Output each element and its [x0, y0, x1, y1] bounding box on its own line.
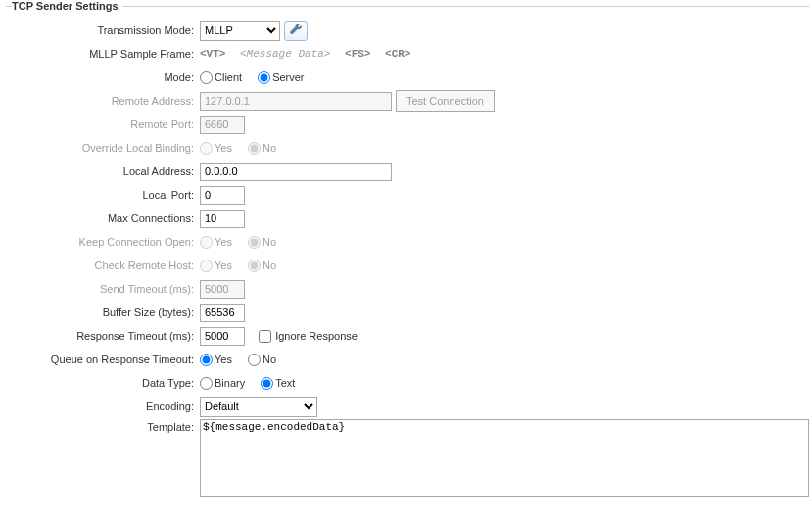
- sample-frame-msg: <Message Data>: [240, 48, 330, 60]
- row-keep-connection-open: Keep Connection Open: Yes No: [6, 231, 809, 253]
- label-buffer-size: Buffer Size (bytes):: [6, 307, 200, 318]
- keep-connection-open-no-label: No: [263, 236, 276, 248]
- label-local-address: Local Address:: [6, 165, 200, 177]
- transmission-mode-select[interactable]: MLLP: [200, 21, 280, 41]
- sample-frame-display: <VT> <Message Data> <FS> <CR>: [200, 48, 410, 60]
- row-local-port: Local Port:: [6, 184, 809, 206]
- mode-client-label: Client: [215, 71, 242, 83]
- label-remote-address: Remote Address:: [6, 95, 200, 107]
- mode-server-radio[interactable]: [258, 71, 270, 84]
- buffer-size-input[interactable]: [200, 304, 245, 322]
- transmission-mode-settings-button[interactable]: [284, 21, 308, 41]
- label-queue-on-response-timeout: Queue on Response Timeout:: [6, 354, 200, 365]
- local-port-input[interactable]: [200, 186, 245, 205]
- test-connection-button: Test Connection: [396, 90, 495, 112]
- ignore-response-label: Ignore Response: [275, 330, 358, 342]
- data-type-text-label: Text: [275, 377, 295, 389]
- row-encoding: Encoding: Default: [6, 396, 809, 417]
- queue-on-response-timeout-no-label: No: [263, 354, 276, 365]
- row-buffer-size: Buffer Size (bytes):: [6, 302, 809, 323]
- row-mode: Mode: Client Server: [6, 67, 809, 88]
- label-sample-frame: MLLP Sample Frame:: [6, 48, 200, 60]
- row-max-connections: Max Connections:: [6, 208, 809, 229]
- row-template: Template:: [6, 419, 809, 499]
- label-local-port: Local Port:: [6, 189, 200, 201]
- row-send-timeout: Send Timeout (ms):: [6, 278, 809, 300]
- label-data-type: Data Type:: [6, 377, 200, 389]
- label-template: Template:: [6, 419, 200, 433]
- row-check-remote-host: Check Remote Host: Yes No: [6, 255, 809, 276]
- row-response-timeout: Response Timeout (ms): Ignore Response: [6, 325, 809, 347]
- sample-frame-fs: <FS>: [345, 48, 370, 60]
- label-override-local-binding: Override Local Binding:: [6, 142, 200, 154]
- tcp-sender-settings-group: TCP Sender Settings Transmission Mode: M…: [6, 0, 809, 501]
- data-type-binary-radio[interactable]: [200, 377, 213, 390]
- keep-connection-open-no-radio: [248, 236, 261, 249]
- label-transmission-mode: Transmission Mode:: [6, 24, 200, 36]
- label-response-timeout: Response Timeout (ms):: [6, 330, 200, 342]
- data-type-binary-label: Binary: [215, 377, 245, 389]
- label-check-remote-host: Check Remote Host:: [6, 260, 200, 271]
- row-queue-on-response-timeout: Queue on Response Timeout: Yes No: [6, 349, 809, 370]
- queue-on-response-timeout-yes-radio[interactable]: [200, 354, 213, 366]
- override-local-binding-yes-label: Yes: [215, 142, 232, 154]
- row-sample-frame: MLLP Sample Frame: <VT> <Message Data> <…: [6, 43, 809, 65]
- queue-on-response-timeout-yes-label: Yes: [215, 354, 232, 365]
- label-remote-port: Remote Port:: [6, 118, 200, 130]
- local-address-input[interactable]: [200, 163, 392, 181]
- label-encoding: Encoding:: [6, 401, 200, 412]
- row-remote-port: Remote Port:: [6, 114, 809, 135]
- encoding-select[interactable]: Default: [200, 397, 317, 417]
- template-textarea[interactable]: [200, 419, 809, 497]
- row-local-address: Local Address:: [6, 161, 809, 182]
- label-max-connections: Max Connections:: [6, 213, 200, 224]
- label-keep-connection-open: Keep Connection Open:: [6, 236, 200, 248]
- check-remote-host-no-radio: [248, 260, 261, 272]
- max-connections-input[interactable]: [200, 210, 245, 228]
- row-remote-address: Remote Address: Test Connection: [6, 90, 809, 112]
- row-data-type: Data Type: Binary Text: [6, 372, 809, 394]
- send-timeout-input: [200, 280, 245, 299]
- mode-client-radio[interactable]: [200, 71, 213, 84]
- queue-on-response-timeout-no-radio[interactable]: [248, 354, 261, 366]
- sample-frame-cr: <CR>: [385, 48, 410, 60]
- sample-frame-vt: <VT>: [200, 48, 225, 60]
- keep-connection-open-yes-radio: [200, 236, 213, 249]
- tcp-sender-settings-panel: TCP Sender Settings Transmission Mode: M…: [0, 0, 812, 507]
- row-override-local-binding: Override Local Binding: Yes No: [6, 137, 809, 159]
- ignore-response-checkbox[interactable]: [259, 330, 271, 343]
- mode-server-label: Server: [272, 71, 304, 83]
- override-local-binding-no-radio: [248, 142, 261, 155]
- remote-address-input: [200, 92, 392, 111]
- group-legend: TCP Sender Settings: [12, 0, 122, 12]
- keep-connection-open-yes-label: Yes: [215, 236, 232, 248]
- check-remote-host-no-label: No: [263, 260, 276, 271]
- data-type-text-radio[interactable]: [261, 377, 273, 390]
- label-send-timeout: Send Timeout (ms):: [6, 283, 200, 295]
- label-mode: Mode:: [6, 71, 200, 83]
- check-remote-host-yes-label: Yes: [215, 260, 232, 271]
- check-remote-host-yes-radio: [200, 260, 213, 272]
- response-timeout-input[interactable]: [200, 327, 245, 346]
- row-transmission-mode: Transmission Mode: MLLP: [6, 20, 809, 41]
- wrench-icon: [289, 24, 303, 37]
- override-local-binding-no-label: No: [263, 142, 276, 154]
- remote-port-input: [200, 116, 245, 134]
- override-local-binding-yes-radio: [200, 142, 213, 155]
